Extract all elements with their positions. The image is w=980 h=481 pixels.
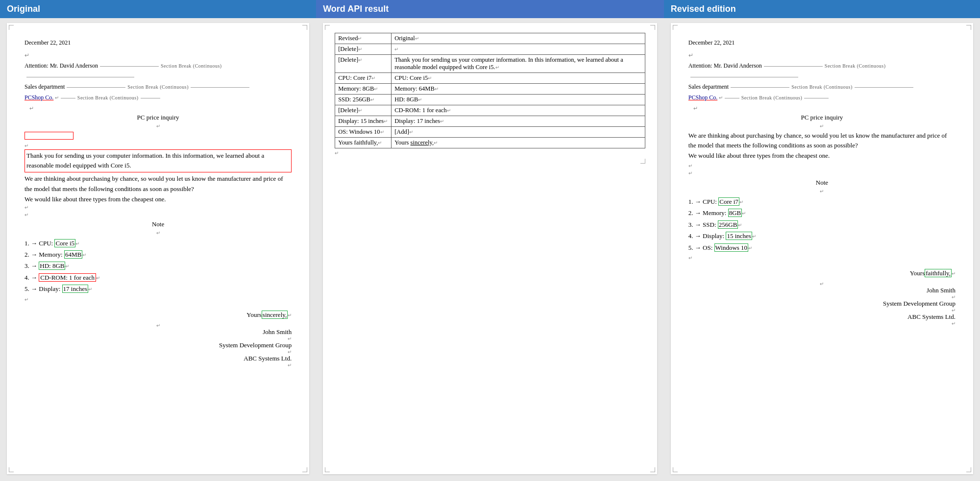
api-value-0: Original↵ <box>392 33 645 44</box>
item-value-5: 17 inches <box>62 285 88 293</box>
item-num: 1. → <box>688 198 701 205</box>
revised-company: ABC Systems Ltd. <box>688 313 956 321</box>
revised-inquiry-title: PC price inquiry <box>688 114 956 121</box>
revised-item-1: 1. → CPU: Core i7↵ <box>688 196 956 207</box>
sincerely-value: sincerely, <box>262 311 288 319</box>
original-inquiry-title: PC price inquiry <box>24 114 292 121</box>
api-value-2: Thank you for sending us your computer i… <box>392 55 645 73</box>
item-value-3: 256GB <box>718 220 738 229</box>
api-label-7: Display: 15 inches↵ <box>335 116 392 127</box>
item-num: 3. → <box>688 221 701 228</box>
original-pcshop: PCShop Co. ↵Section Break (Continuous) <box>24 93 292 103</box>
api-row-2: [Delete]↵ Thank you for sending us your … <box>335 55 645 73</box>
api-label-9: Yours faithfully,↵ <box>335 138 392 148</box>
revised-closing: Yoursfaithfully,↵ <box>688 269 956 277</box>
original-item-5: 5. → Display: 17 inches↵ <box>24 283 292 294</box>
revised-note: Note <box>688 179 956 187</box>
original-item-2: 2. → Memory: 64MB↵ <box>24 249 292 260</box>
word-api-panel: Word API result Revised↵ Original↵ [Dele… <box>316 0 664 481</box>
revised-item-2: 2. → Memory: 8GB↵ <box>688 207 956 218</box>
revised-item-3: 3. → SSD: 256GB↵ <box>688 219 956 230</box>
revised-body-revised: We are thinking about purchasing by chan… <box>688 131 956 151</box>
item-label: Memory: <box>39 251 64 258</box>
revised-pilcrow1: ↵ <box>688 50 956 61</box>
original-date: December 22, 2021 <box>24 38 292 48</box>
revised-name: John Smith <box>688 287 956 294</box>
api-label-2: [Delete]↵ <box>335 55 392 73</box>
item-num: 4. → <box>688 232 701 240</box>
item-label: CPU: <box>703 198 718 205</box>
revised-pcshop: PCShop Co. ↵Section Break (Continuous) <box>688 93 956 103</box>
original-name: John Smith <box>24 328 292 336</box>
api-row-6: [Delete]↵ CD-ROM: 1 for each↵ <box>335 105 645 116</box>
original-pilcrow1: ↵ <box>24 50 292 61</box>
item-num: 4. → <box>24 274 37 281</box>
original-header: Original <box>0 0 316 18</box>
api-value-1: ↵ <box>392 44 645 55</box>
original-closing: Yourssincerely,↵ <box>24 311 292 319</box>
item-value-3: HD: 8GB <box>39 262 65 270</box>
revised-panel: Revised edition December 22, 2021 ↵ Atte… <box>664 0 980 481</box>
api-label-8: OS: Windows 10↵ <box>335 127 392 138</box>
api-label-6: [Delete]↵ <box>335 105 392 116</box>
api-label-4: Memory: 8GB↵ <box>335 84 392 95</box>
item-num: 5. → <box>688 244 701 251</box>
api-label-1: [Delete]↵ <box>335 44 392 55</box>
revised-doc: December 22, 2021 ↵ Attention: Mr. David… <box>671 23 973 474</box>
item-label: Display: <box>703 232 726 240</box>
api-value-8: [Add]↵ <box>392 127 645 138</box>
original-item-1: 1. → CPU: Core i5↵ <box>24 238 292 249</box>
word-api-header: Word API result <box>316 0 664 18</box>
faithfully-value: faithfully, <box>925 269 952 277</box>
api-value-5: HD: 8GB↵ <box>392 95 645 105</box>
api-row-7: Display: 15 inches↵ Display: 17 inches↵ <box>335 116 645 127</box>
revised-sales: Sales departmentSection Break (Continuou… <box>688 82 956 93</box>
item-label: OS: <box>703 244 714 251</box>
api-value-9: Yours sincerely,↵ <box>392 138 645 148</box>
revised-header: Revised edition <box>664 0 980 18</box>
api-table: Revised↵ Original↵ [Delete]↵ ↵ [Delete]↵… <box>335 33 645 148</box>
original-company: ABC Systems Ltd. <box>24 355 292 362</box>
original-item-4: 4. → CD-ROM: 1 for each↵ <box>24 272 292 283</box>
item-label: SSD: <box>703 221 718 228</box>
item-value-5: Windows 10 <box>714 243 749 252</box>
api-row-8: OS: Windows 10↵ [Add]↵ <box>335 127 645 138</box>
api-row-1: [Delete]↵ ↵ <box>335 44 645 55</box>
original-note: Note <box>24 220 292 228</box>
original-body3: We would like about three types from the… <box>24 194 292 205</box>
original-group: System Development Group <box>24 341 292 349</box>
word-api-doc: Revised↵ Original↵ [Delete]↵ ↵ [Delete]↵… <box>323 23 657 474</box>
api-row-4: Memory: 8GB↵ Memory: 64MB↵ <box>335 84 645 95</box>
revised-group: System Development Group <box>688 300 956 308</box>
revised-body2: We would like about three types from the… <box>688 151 956 161</box>
item-value-4: 15 inches <box>726 232 752 240</box>
api-label-3: CPU: Core i7↵ <box>335 73 392 84</box>
item-value-4: CD-ROM: 1 for each <box>39 273 96 282</box>
api-row-0: Revised↵ Original↵ <box>335 33 645 44</box>
original-deleted-block <box>24 132 74 140</box>
revised-item-5: 5. → OS: Windows 10↵ <box>688 242 956 253</box>
revised-item-4: 4. → Display: 15 inches↵ <box>688 230 956 241</box>
item-label: CPU: <box>39 240 54 247</box>
item-value-2: 8GB <box>728 209 742 217</box>
original-body2: We are thinking about purchasing by chan… <box>24 174 292 194</box>
original-panel: Original December 22, 2021 ↵ Attention: … <box>0 0 316 481</box>
original-sales: Sales departmentSection Break (Continuou… <box>24 82 292 93</box>
original-item-3: 3. → HD: 8GB↵ <box>24 260 292 271</box>
api-value-4: Memory: 64MB↵ <box>392 84 645 95</box>
api-value-7: Display: 17 inches↵ <box>392 116 645 127</box>
item-num: 5. → <box>24 285 37 292</box>
original-body1-box: Thank you for sending us your computer i… <box>24 149 292 173</box>
item-value-1: Core i5 <box>54 239 75 247</box>
api-label-5: SSD: 256GB↵ <box>335 95 392 105</box>
item-num: 1. → <box>24 240 37 247</box>
original-attention: Attention: Mr. David AndersonSection Bre… <box>24 61 292 82</box>
item-label: Display: <box>39 285 62 292</box>
item-num: 2. → <box>688 209 701 216</box>
original-doc: December 22, 2021 ↵ Attention: Mr. David… <box>7 23 309 474</box>
api-row-5: SSD: 256GB↵ HD: 8GB↵ <box>335 95 645 105</box>
revised-attention: Attention: Mr. David AndersonSection Bre… <box>688 61 956 82</box>
api-label-0: Revised↵ <box>335 33 392 44</box>
item-value-2: 64MB <box>64 250 82 259</box>
item-num: 2. → <box>24 251 37 258</box>
